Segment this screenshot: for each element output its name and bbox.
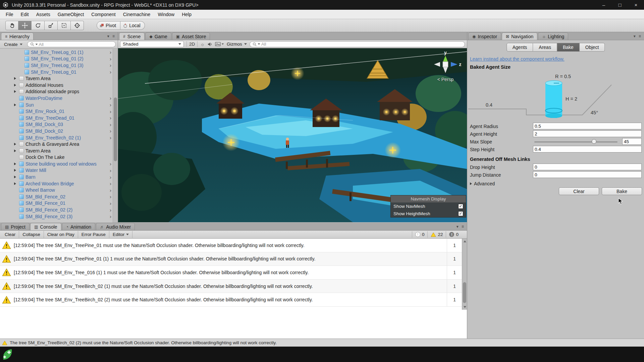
bottom-panel-tab[interactable]: ▤ Project: [1, 223, 30, 230]
scene-audio-toggle[interactable]: [207, 42, 212, 47]
console-toolbar-button[interactable]: Clear: [1, 231, 19, 238]
expand-arrow-icon[interactable]: [14, 143, 19, 145]
hierarchy-item[interactable]: SM_Bld_Fence_02: [0, 193, 113, 200]
drop-height-input[interactable]: [533, 164, 642, 170]
window-control-button[interactable]: ×: [628, 0, 644, 10]
hierarchy-item[interactable]: SM_Env_TreeLog_01 (3): [0, 62, 113, 69]
create-dropdown[interactable]: Create: [2, 41, 24, 48]
transform-tool-button[interactable]: [71, 21, 84, 30]
console-message-row[interactable]: [12:59:04] The tree SM_Env_TreePine_01 m…: [0, 239, 462, 252]
inspector-area-tab[interactable]: ⊠ Navigation: [502, 33, 537, 40]
expand-arrow-icon[interactable]: [14, 77, 19, 80]
console-toolbar-button[interactable]: Editor: [109, 231, 132, 238]
navigation-mode-tab[interactable]: Agents: [506, 43, 533, 52]
menu-item[interactable]: Component: [88, 12, 119, 17]
hierarchy-item[interactable]: Additional Houses: [0, 82, 113, 88]
bottom-panel-tab[interactable]: ◔ Animation: [62, 223, 96, 230]
prefab-arrow-icon[interactable]: [110, 56, 113, 62]
prefab-arrow-icon[interactable]: [110, 62, 113, 68]
hierarchy-item[interactable]: WaterProDaytime: [0, 95, 113, 102]
navigation-mode-tab[interactable]: Areas: [533, 43, 557, 52]
inspector-area-tab[interactable]: ◉ Inspector: [468, 33, 501, 40]
prefab-arrow-icon[interactable]: [110, 187, 113, 193]
hierarchy-item[interactable]: SM_Bld_Fence_02 (3): [0, 213, 113, 220]
max-slope-input[interactable]: [622, 138, 642, 145]
hierarchy-search-input[interactable]: All: [27, 41, 116, 47]
scrollbar-thumb[interactable]: [114, 98, 117, 161]
prefab-arrow-icon[interactable]: [110, 69, 113, 75]
pivot-toggle-button[interactable]: Pivot: [97, 21, 120, 30]
hierarchy-item[interactable]: SM_Bld_Dock_03: [0, 121, 113, 128]
advanced-foldout[interactable]: Advanced: [470, 181, 495, 186]
bake-button[interactable]: Bake: [602, 187, 642, 195]
hierarchy-item[interactable]: Tavern Area: [0, 75, 113, 82]
2d-toggle-button[interactable]: 2D: [186, 41, 198, 47]
hierarchy-item[interactable]: Church & Graveyard Area: [0, 141, 113, 147]
expand-arrow-icon[interactable]: [14, 182, 19, 185]
bottom-panel-tab[interactable]: ♬ Audio Mixer: [96, 223, 135, 230]
menu-item[interactable]: GameObject: [54, 12, 88, 17]
prefab-arrow-icon[interactable]: [110, 207, 113, 213]
clear-button[interactable]: Clear: [559, 187, 599, 195]
console-message-row[interactable]: [12:59:04] The tree SM_Env_TreeBirch_02 …: [0, 280, 462, 293]
menu-item[interactable]: Help: [178, 12, 195, 17]
hierarchy-item[interactable]: SM_Bld_Dock_02: [0, 128, 113, 134]
max-slope-slider-track[interactable]: [534, 141, 618, 142]
prefab-arrow-icon[interactable]: [110, 109, 113, 114]
prefab-arrow-icon[interactable]: [110, 122, 113, 127]
panel-menu-icon[interactable]: ▾ ≡: [634, 34, 642, 39]
scrollbar-thumb[interactable]: [463, 282, 466, 303]
bottom-panel-tab[interactable]: ▥ Console: [30, 223, 61, 230]
info-count-toggle[interactable]: ! 0: [412, 231, 428, 238]
scene-view-tab[interactable]: ◆ Game: [145, 33, 171, 40]
prefab-arrow-icon[interactable]: [110, 128, 113, 134]
hierarchy-scrollbar[interactable]: [113, 49, 118, 223]
hierarchy-item[interactable]: Additional stockade props: [0, 88, 113, 95]
gizmos-dropdown[interactable]: Gizmos: [227, 42, 247, 47]
expand-arrow-icon[interactable]: [14, 104, 19, 106]
expand-arrow-icon[interactable]: [14, 84, 19, 86]
warning-count-toggle[interactable]: 22: [427, 231, 446, 238]
inspector-area-tab[interactable]: ☼ Lighting: [538, 33, 568, 40]
panel-menu-icon[interactable]: ▾ ≡: [107, 34, 116, 39]
error-count-toggle[interactable]: ! 0: [446, 231, 462, 238]
hierarchy-item[interactable]: Tavern Area: [0, 147, 113, 154]
expand-arrow-icon[interactable]: [14, 169, 19, 172]
status-bar[interactable]: The tree SM_Env_TreeBirch_02 (2) must us…: [0, 339, 644, 347]
scene-lighting-toggle[interactable]: ☼: [200, 42, 205, 47]
navigation-mode-tab[interactable]: Object: [580, 43, 605, 52]
hierarchy-item[interactable]: Arched Wooden Bridge: [0, 180, 113, 187]
prefab-arrow-icon[interactable]: [110, 181, 113, 186]
checkbox[interactable]: ✓: [458, 204, 463, 209]
prefab-arrow-icon[interactable]: [110, 115, 113, 121]
step-height-input[interactable]: [533, 146, 642, 153]
rotate-tool-button[interactable]: [32, 21, 45, 30]
scene-view-tab[interactable]: ▣ Asset Store: [172, 33, 210, 40]
window-control-button[interactable]: □: [612, 0, 628, 10]
scene-view-tab[interactable]: # Scene: [119, 33, 145, 40]
scroll-up-icon[interactable]: [464, 240, 466, 242]
menu-item[interactable]: Window: [154, 12, 178, 17]
hierarchy-item[interactable]: SM_Env_TreeLog_01: [0, 69, 113, 75]
console-toolbar-button[interactable]: Collapse: [19, 231, 44, 238]
panel-menu-icon[interactable]: ▾ ≡: [457, 224, 465, 229]
scene-effects-dropdown[interactable]: [215, 42, 224, 46]
menu-item[interactable]: Assets: [33, 12, 54, 17]
max-slope-slider-thumb[interactable]: [592, 139, 596, 144]
prefab-arrow-icon[interactable]: [110, 102, 113, 108]
agent-height-input[interactable]: [533, 130, 642, 137]
local-toggle-button[interactable]: Local: [120, 21, 145, 30]
checkbox[interactable]: ✓: [458, 211, 463, 216]
hierarchy-item[interactable]: SM_Env_Rock_01: [0, 108, 113, 115]
menu-item[interactable]: Cinemachine: [119, 12, 154, 17]
jump-distance-input[interactable]: [533, 171, 642, 178]
prefab-arrow-icon[interactable]: [110, 194, 113, 199]
scale-tool-button[interactable]: [45, 21, 58, 30]
agent-radius-input[interactable]: [533, 123, 642, 129]
menu-item[interactable]: File: [2, 12, 17, 17]
expand-arrow-icon[interactable]: [14, 149, 19, 152]
prefab-arrow-icon[interactable]: [110, 174, 113, 180]
hierarchy-item[interactable]: Water Mill: [0, 167, 113, 174]
hierarchy-item[interactable]: Barn: [0, 174, 113, 180]
console-message-row[interactable]: [12:59:04] The tree SM_Env_TreePine_01 (…: [0, 252, 462, 266]
